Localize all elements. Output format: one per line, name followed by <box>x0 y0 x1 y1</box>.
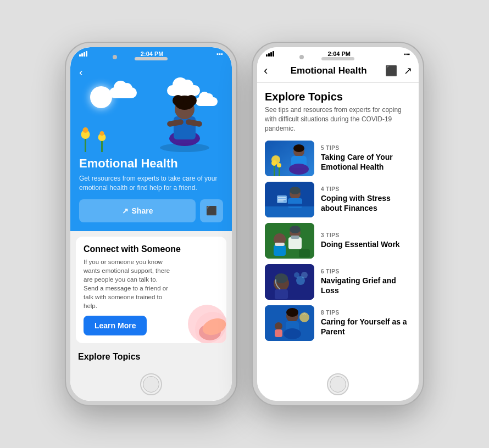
topics-list: 5 TIPS Taking Care of Your Emotional Hea… <box>265 141 411 341</box>
svg-point-59 <box>286 308 298 317</box>
phone-speaker <box>135 57 168 60</box>
topic-item-1[interactable]: 5 TIPS Taking Care of Your Emotional Hea… <box>265 141 411 176</box>
bookmark-button[interactable]: ⬛ <box>200 199 223 222</box>
topic-info-2: 4 TIPS Coping with Stress about Finances <box>321 186 411 213</box>
svg-rect-27 <box>279 166 280 176</box>
svg-rect-2 <box>174 116 196 139</box>
topic-info-1: 5 TIPS Taking Care of Your Emotional Hea… <box>321 145 411 172</box>
svg-point-23 <box>289 164 309 175</box>
phone-right: 2:04 PM ▪▪▪ ‹ Emotional Health ⬛ ↗ <box>253 43 423 405</box>
topic-title-4: Navigating Grief and Loss <box>321 276 411 295</box>
phone2-nav-icons: ⬛ ↗ <box>385 65 412 77</box>
learn-more-button[interactable]: Learn More <box>84 316 147 335</box>
flowers-illustration <box>79 125 118 152</box>
phone2-signal-icon <box>266 51 274 57</box>
topic-info-4: 6 TIPS Navigating Grief and Loss <box>321 268 411 295</box>
svg-rect-47 <box>275 243 285 246</box>
topic-item-2[interactable]: 4 TIPS Coping with Stress about Finances <box>265 182 411 217</box>
svg-point-61 <box>284 328 301 339</box>
phone2-navbar: ‹ Emotional Health ⬛ ↗ <box>257 59 419 83</box>
svg-rect-33 <box>288 198 302 208</box>
svg-rect-63 <box>275 329 282 337</box>
share-icon: ↗ <box>122 206 129 215</box>
connect-title: Connect with Someone <box>84 244 219 254</box>
cloud1-illustration <box>109 87 137 98</box>
topic-title-3: Doing Essential Work <box>321 239 411 249</box>
phone-left: 2:04 PM ▪▪▪ ‹ <box>66 43 236 405</box>
topic-title-5: Caring for Yourself as a Parent <box>321 317 411 337</box>
svg-point-21 <box>293 144 304 152</box>
svg-rect-49 <box>265 264 314 300</box>
hero-buttons: ↗ Share ⬛ <box>79 199 223 222</box>
svg-point-11 <box>83 127 88 133</box>
svg-rect-25 <box>274 164 275 176</box>
phone2-home-inner <box>330 376 346 393</box>
phone2-speaker <box>321 57 354 60</box>
svg-point-5 <box>173 95 184 106</box>
phone2-share-icon[interactable]: ↗ <box>404 65 412 77</box>
back-button[interactable]: ‹ <box>79 66 83 79</box>
hero-section: ‹ <box>70 59 232 231</box>
svg-point-26 <box>271 160 277 166</box>
svg-rect-30 <box>265 206 314 217</box>
svg-rect-46 <box>274 245 286 256</box>
explore-section-desc: See tips and resources from experts for … <box>265 105 411 133</box>
connect-description: If you or someone you know wants emotion… <box>84 257 171 311</box>
phone2-battery: ▪▪▪ <box>404 51 410 57</box>
topic-title-1: Taking Care of Your Emotional Health <box>321 152 411 172</box>
svg-point-28 <box>277 163 281 167</box>
topic-info-5: 8 TIPS Caring for Yourself as a Parent <box>321 310 411 337</box>
svg-point-51 <box>275 273 288 283</box>
svg-rect-48 <box>299 249 310 257</box>
bookmark-icon: ⬛ <box>206 205 217 216</box>
phone2-bookmark-icon[interactable]: ⬛ <box>385 65 397 77</box>
topic-thumb-5 <box>265 305 314 341</box>
topic-tips-count-3: 3 TIPS <box>321 232 411 238</box>
person-illustration <box>157 86 212 152</box>
phone2-nav-title: Emotional Health <box>272 65 385 76</box>
phone2-back-button[interactable]: ‹ <box>264 64 268 78</box>
time-display: 2:04 PM <box>141 51 164 57</box>
topic-item-5[interactable]: 8 TIPS Caring for Yourself as a Parent <box>265 305 411 341</box>
topic-thumb-1 <box>265 141 314 176</box>
svg-point-62 <box>275 322 282 330</box>
signal-icon <box>79 51 87 57</box>
topic-item-4[interactable]: 6 TIPS Navigating Grief and Loss <box>265 264 411 300</box>
topic-item-3[interactable]: 3 TIPS Doing Essential Work <box>265 223 411 259</box>
hero-title: Emotional Health <box>79 156 223 171</box>
hero-illustration <box>79 81 223 152</box>
phone2-home-button[interactable] <box>327 373 349 395</box>
phone-home-button[interactable] <box>140 373 162 395</box>
share-button[interactable]: ↗ Share <box>79 199 196 222</box>
topic-tips-count-5: 8 TIPS <box>321 310 411 316</box>
svg-point-54 <box>301 272 308 278</box>
svg-rect-52 <box>275 289 288 299</box>
phone-home-inner <box>143 376 159 393</box>
sun-illustration <box>90 86 112 108</box>
svg-point-42 <box>290 226 301 233</box>
topic-title-2: Coping with Stress about Finances <box>321 193 411 213</box>
battery-icon: ▪▪▪ <box>216 51 223 57</box>
topic-thumb-2 <box>265 182 314 217</box>
phone2-time: 2:04 PM <box>327 51 351 57</box>
phone-camera <box>113 55 117 59</box>
topic-tips-count-1: 5 TIPS <box>321 145 411 151</box>
explore-header: Explore Topics <box>76 349 226 363</box>
hands-svg <box>182 302 226 343</box>
topic-info-3: 3 TIPS Doing Essential Work <box>321 232 411 249</box>
topic-tips-count-2: 4 TIPS <box>321 186 411 192</box>
phone2-screen: 2:04 PM ▪▪▪ ‹ Emotional Health ⬛ ↗ <box>257 47 419 401</box>
svg-rect-43 <box>288 237 302 249</box>
svg-point-6 <box>186 95 197 106</box>
hero-description: Get resources from experts to take care … <box>79 174 223 193</box>
svg-rect-34 <box>276 204 306 206</box>
phone2-content[interactable]: Explore Topics See tips and resources fr… <box>257 83 419 401</box>
connect-card: Connect with Someone If you or someone y… <box>76 237 226 344</box>
svg-rect-44 <box>291 236 299 239</box>
phone2-camera <box>299 55 304 59</box>
topic-thumb-4 <box>265 264 314 300</box>
explore-section-title: Explore Topics <box>265 91 411 103</box>
svg-point-55 <box>294 272 299 278</box>
topic-tips-count-4: 6 TIPS <box>321 268 411 275</box>
topic-thumb-3 <box>265 223 314 259</box>
